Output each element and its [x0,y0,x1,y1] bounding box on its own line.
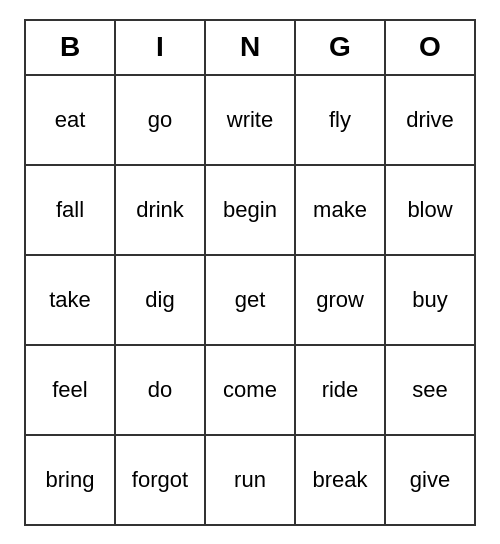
header-cell-n: N [205,20,295,75]
header-cell-o: O [385,20,475,75]
bingo-container: BINGO eatgowriteflydrivefalldrinkbeginma… [24,19,476,526]
cell-r2-c3: grow [295,255,385,345]
header-cell-g: G [295,20,385,75]
cell-r0-c0: eat [25,75,115,165]
cell-r0-c4: drive [385,75,475,165]
bingo-table: BINGO eatgowriteflydrivefalldrinkbeginma… [24,19,476,526]
cell-r3-c0: feel [25,345,115,435]
cell-r4-c3: break [295,435,385,525]
cell-r1-c3: make [295,165,385,255]
cell-r2-c2: get [205,255,295,345]
cell-r3-c1: do [115,345,205,435]
cell-r3-c3: ride [295,345,385,435]
cell-r3-c2: come [205,345,295,435]
cell-r0-c3: fly [295,75,385,165]
table-row: eatgowriteflydrive [25,75,475,165]
cell-r2-c1: dig [115,255,205,345]
table-row: takediggetgrowbuy [25,255,475,345]
header-cell-b: B [25,20,115,75]
cell-r2-c0: take [25,255,115,345]
cell-r4-c4: give [385,435,475,525]
cell-r1-c1: drink [115,165,205,255]
table-row: feeldocomeridesee [25,345,475,435]
header-cell-i: I [115,20,205,75]
cell-r1-c4: blow [385,165,475,255]
cell-r3-c4: see [385,345,475,435]
table-row: bringforgotrunbreakgive [25,435,475,525]
cell-r1-c2: begin [205,165,295,255]
cell-r2-c4: buy [385,255,475,345]
cell-r4-c1: forgot [115,435,205,525]
cell-r0-c2: write [205,75,295,165]
cell-r4-c2: run [205,435,295,525]
cell-r0-c1: go [115,75,205,165]
cell-r4-c0: bring [25,435,115,525]
cell-r1-c0: fall [25,165,115,255]
table-row: falldrinkbeginmakeblow [25,165,475,255]
header-row: BINGO [25,20,475,75]
